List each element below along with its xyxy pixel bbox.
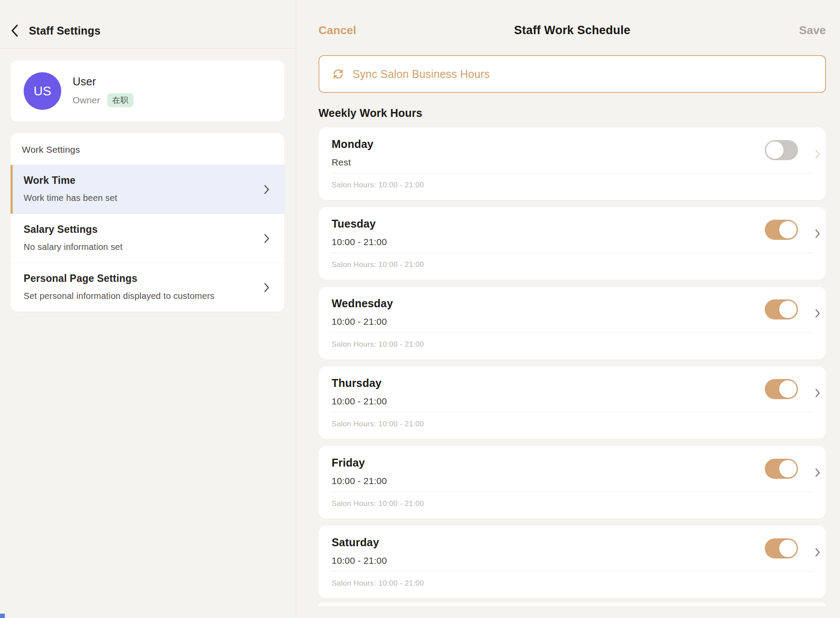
user-meta-row: Owner 在职 xyxy=(73,93,133,107)
chevron-right-icon xyxy=(815,229,820,239)
divider xyxy=(331,412,814,412)
menu-item-subtitle: No salary information set xyxy=(24,242,254,252)
day-toggle[interactable] xyxy=(765,538,798,558)
day-toggle[interactable] xyxy=(765,299,798,320)
chevron-right-icon xyxy=(815,388,820,398)
menu-item-subtitle: Work time has been set xyxy=(24,193,254,203)
divider xyxy=(331,253,814,253)
save-button[interactable]: Save xyxy=(799,24,826,37)
divider xyxy=(331,492,814,492)
user-role: Owner xyxy=(73,95,100,105)
chevron-right-icon xyxy=(815,149,820,159)
weekly-work-hours-heading: Weekly Work Hours xyxy=(318,107,826,119)
partially-visible-day-card xyxy=(318,603,826,606)
day-name: Thursday xyxy=(332,377,382,390)
day-hours: 10:00 - 21:00 xyxy=(332,316,387,327)
divider xyxy=(331,571,814,572)
back-chevron-icon[interactable] xyxy=(11,24,18,37)
salon-hours-label: Salon Hours: 10:00 - 21:00 xyxy=(332,579,424,588)
day-hours: 10:00 - 21:00 xyxy=(332,476,387,486)
chevron-right-icon xyxy=(264,233,270,244)
day-card-monday[interactable]: Monday Rest Salon Hours: 10:00 - 21:00 xyxy=(318,127,826,200)
day-name: Wednesday xyxy=(332,297,393,310)
day-name: Saturday xyxy=(332,536,379,549)
sidebar-item-salary-settings[interactable]: Salary Settings No salary information se… xyxy=(10,214,284,263)
divider xyxy=(331,332,814,333)
sidebar-item-work-time[interactable]: Work Time Work time has been set xyxy=(10,165,284,214)
divider xyxy=(0,48,296,49)
divider xyxy=(331,173,814,173)
day-card-wednesday[interactable]: Wednesday 10:00 - 21:00 Salon Hours: 10:… xyxy=(318,287,826,359)
staff-work-schedule-panel: Cancel Staff Work Schedule Save Sync Sal… xyxy=(296,0,840,618)
day-hours: Rest xyxy=(332,157,351,168)
avatar: US xyxy=(24,72,61,110)
day-card-saturday[interactable]: Saturday 10:00 - 21:00 Salon Hours: 10:0… xyxy=(318,526,826,598)
panel-header: Cancel Staff Work Schedule Save xyxy=(318,22,826,39)
salon-hours-label: Salon Hours: 10:00 - 21:00 xyxy=(332,340,424,349)
day-card-thursday[interactable]: Thursday 10:00 - 21:00 Salon Hours: 10:0… xyxy=(318,366,826,439)
chevron-right-icon xyxy=(264,282,270,293)
toggle-knob xyxy=(779,460,797,478)
sidebar: Staff Settings US User Owner 在职 Work Set… xyxy=(0,0,296,618)
day-toggle[interactable] xyxy=(765,379,798,399)
cancel-button[interactable]: Cancel xyxy=(318,24,356,37)
day-name: Monday xyxy=(332,138,374,151)
menu-item-title: Salary Settings xyxy=(24,224,254,235)
sidebar-item-personal-page-settings[interactable]: Personal Page Settings Set personal info… xyxy=(10,263,284,312)
salon-hours-label: Salon Hours: 10:00 - 21:00 xyxy=(332,499,424,508)
work-settings-menu: Work Settings Work Time Work time has be… xyxy=(10,133,284,312)
menu-item-subtitle: Set personal information displayed to cu… xyxy=(24,291,254,301)
salon-hours-label: Salon Hours: 10:00 - 21:00 xyxy=(332,260,424,269)
day-toggle[interactable] xyxy=(765,140,798,160)
day-hours: 10:00 - 21:00 xyxy=(332,555,387,566)
sidebar-header: Staff Settings xyxy=(11,22,296,39)
sync-salon-hours-button[interactable]: Sync Salon Business Hours xyxy=(318,55,826,93)
panel-title: Staff Work Schedule xyxy=(318,24,826,37)
day-toggle[interactable] xyxy=(765,220,798,240)
sync-arrows-icon xyxy=(332,67,345,81)
day-hours: 10:00 - 21:00 xyxy=(332,396,387,407)
day-name: Tuesday xyxy=(332,218,376,230)
day-card-tuesday[interactable]: Tuesday 10:00 - 21:00 Salon Hours: 10:00… xyxy=(318,207,826,280)
sync-button-label: Sync Salon Business Hours xyxy=(353,68,490,81)
menu-section-label: Work Settings xyxy=(10,133,284,165)
day-hours: 10:00 - 21:00 xyxy=(332,237,387,247)
day-list: Monday Rest Salon Hours: 10:00 - 21:00 T… xyxy=(318,127,826,606)
salon-hours-label: Salon Hours: 10:00 - 21:00 xyxy=(332,181,424,190)
menu-item-title: Personal Page Settings xyxy=(24,273,254,284)
corner-artifact xyxy=(0,614,5,618)
toggle-knob xyxy=(779,221,797,239)
chevron-right-icon xyxy=(815,309,820,318)
chevron-right-icon xyxy=(264,184,270,195)
salon-hours-label: Salon Hours: 10:00 - 21:00 xyxy=(332,420,424,428)
toggle-knob xyxy=(779,301,797,318)
menu-item-title: Work Time xyxy=(24,175,254,186)
user-info: User Owner 在职 xyxy=(73,75,133,107)
day-toggle[interactable] xyxy=(765,459,798,479)
chevron-right-icon xyxy=(815,468,820,478)
chevron-right-icon xyxy=(815,548,820,557)
user-card: US User Owner 在职 xyxy=(10,60,284,122)
page-title: Staff Settings xyxy=(29,25,101,37)
day-name: Friday xyxy=(332,456,365,469)
toggle-knob xyxy=(779,540,797,557)
toggle-knob xyxy=(779,380,797,398)
status-badge: 在职 xyxy=(107,93,133,107)
toggle-knob xyxy=(766,141,784,159)
user-name: User xyxy=(73,75,133,88)
day-card-friday[interactable]: Friday 10:00 - 21:00 Salon Hours: 10:00 … xyxy=(318,446,826,519)
